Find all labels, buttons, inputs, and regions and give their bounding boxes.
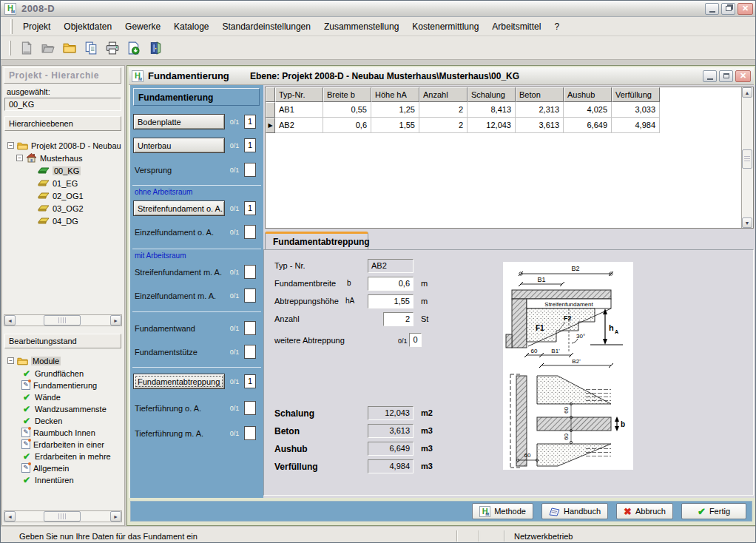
col-typ-nr[interactable]: Typ-Nr. — [275, 87, 323, 102]
abtreppungshoehe-input[interactable]: 1,55 — [368, 294, 414, 308]
app-logo-icon: HM — [4, 3, 16, 15]
module-label: Innentüren — [35, 476, 74, 485]
window-minimize-button[interactable] — [703, 70, 717, 82]
open-button[interactable] — [38, 38, 58, 58]
fertig-button[interactable]: ✔ Fertig — [681, 503, 746, 519]
menu-standardeinstellungen[interactable]: Standardeinstellungen — [215, 18, 317, 36]
col-hoehe[interactable]: Höhe hA — [371, 87, 419, 102]
menu-gewerke[interactable]: Gewerke — [118, 18, 167, 36]
versprung-count-field[interactable] — [244, 163, 256, 177]
collapse-icon[interactable]: − — [7, 357, 14, 364]
scroll-thumb[interactable] — [44, 315, 81, 326]
einzelfundament-ma-label: Einzelfundament m. A. — [135, 288, 216, 303]
fundamentstuetze-label: Fundamentstütze — [135, 344, 198, 360]
scroll-left-button[interactable]: ◄ — [4, 511, 16, 522]
col-breite[interactable]: Breite b — [323, 87, 371, 102]
scroll-right-button[interactable]: ► — [110, 315, 121, 326]
scroll-down-button[interactable]: ▼ — [742, 217, 752, 228]
tree-item-building[interactable]: − Musterhaus — [16, 152, 82, 163]
col-beton[interactable]: Beton — [516, 87, 564, 102]
anzahl-input[interactable]: 2 — [383, 312, 414, 326]
tree-item-module-root[interactable]: − Module — [7, 355, 61, 366]
module-item[interactable]: ✎Raumbuch Innen — [21, 427, 95, 438]
unterbau-count-field[interactable]: 1 — [244, 138, 256, 152]
new-document-button[interactable] — [17, 38, 36, 58]
fundamentabtreppung-count-field[interactable]: 1 — [244, 374, 256, 388]
menu-help[interactable]: ? — [547, 18, 566, 36]
methode-button[interactable]: HM Methode — [472, 503, 533, 519]
level-slab-icon — [38, 192, 50, 199]
folder-button[interactable] — [60, 38, 79, 58]
module-item[interactable]: ✎Allgemein — [21, 462, 69, 473]
tieferfuehrung-oa-count-field[interactable] — [244, 401, 256, 415]
col-schalung[interactable]: Schalung — [468, 87, 516, 102]
module-item[interactable]: ✎Erdarbeiten in einer — [21, 439, 104, 450]
unterbau-button[interactable]: Unterbau — [133, 138, 225, 153]
handbuch-label: Handbuch — [564, 507, 601, 516]
collapse-icon[interactable]: − — [16, 155, 23, 161]
schalung-label: Schalung — [274, 408, 314, 419]
menu-projekt[interactable]: Projekt — [16, 18, 57, 36]
module-item[interactable]: ✔Decken — [21, 415, 62, 426]
window-close-button[interactable]: ✕ — [735, 70, 751, 82]
einzelfundament-oa-count-field[interactable] — [244, 225, 256, 239]
col-verfuellung[interactable]: Verfüllung — [612, 87, 660, 102]
weitere-abtreppung-input[interactable]: 0 — [409, 333, 422, 347]
tree-item-level-01eg[interactable]: 01_EG — [38, 178, 78, 189]
nav-row-streifenfundament-ma: Streifenfundament m. A. 0/1 — [130, 264, 263, 280]
tree-item-level-04dg[interactable]: 04_DG — [38, 215, 78, 226]
abbruch-button[interactable]: ✖ Abbruch — [616, 503, 673, 519]
print-button[interactable] — [103, 38, 122, 58]
fundamentbreite-input[interactable]: 0,6 — [368, 277, 414, 291]
table-row[interactable]: AB1 0,55 1,25 2 8,413 2,313 4,025 3,033 — [266, 102, 753, 118]
menu-kataloge[interactable]: Kataloge — [167, 18, 215, 36]
tree-item-level-02og1[interactable]: 02_OG1 — [38, 190, 84, 201]
scroll-up-button[interactable]: ▲ — [742, 87, 752, 98]
toolbar-grip — [9, 41, 11, 55]
menu-arbeitsmittel[interactable]: Arbeitsmittel — [485, 18, 547, 36]
bodenplatte-count-field[interactable]: 1 — [244, 115, 256, 129]
scroll-thumb[interactable] — [44, 511, 81, 522]
scroll-right-button[interactable]: ► — [110, 511, 121, 522]
streifenfundament-oa-button[interactable]: Streifenfundament o. A. — [133, 200, 225, 216]
module-item[interactable]: ✎Fundamentierung — [21, 380, 97, 391]
export-icon — [127, 41, 141, 55]
module-item[interactable]: ✔Erdarbeiten in mehre — [21, 451, 111, 462]
scroll-thumb[interactable] — [742, 149, 752, 169]
streifenfundament-oa-count-field[interactable]: 1 — [244, 201, 256, 215]
diagram-svg: B2 B1 Streifenfundament — [503, 262, 633, 470]
minimize-button[interactable] — [705, 3, 719, 15]
col-aushub[interactable]: Aushub — [564, 87, 612, 102]
fundamentwand-count-field[interactable] — [244, 321, 256, 335]
einzelfundament-ma-count-field[interactable] — [244, 289, 256, 303]
tree-item-project[interactable]: − Projekt 2008-D - Neubau — [7, 140, 121, 151]
menu-zusammenstellung[interactable]: Zusammenstellung — [317, 18, 405, 36]
tree-item-level-00kg[interactable]: 00_KG — [38, 165, 81, 176]
collapse-icon[interactable]: − — [7, 142, 14, 149]
copy-icon — [84, 41, 98, 55]
table-row-current[interactable]: ▶ AB2 0,6 1,55 2 12,043 3,613 6,649 4,98… — [266, 118, 753, 133]
module-item[interactable]: ✔Wandzusammenste — [21, 403, 107, 414]
restore-button[interactable] — [721, 3, 735, 15]
module-item[interactable]: ✔Wände — [21, 391, 61, 402]
fundamentstuetze-count-field[interactable] — [244, 345, 256, 359]
tree-item-level-03og2[interactable]: 03_OG2 — [38, 203, 84, 214]
module-item[interactable]: ✔Innentüren — [21, 474, 74, 485]
scroll-left-button[interactable]: ◄ — [4, 315, 16, 326]
tieferfuehrung-ma-count-field[interactable] — [244, 426, 256, 440]
copy-button[interactable] — [81, 38, 101, 58]
fundamentabtreppung-button[interactable]: Fundamentabtreppung — [133, 374, 225, 389]
close-button[interactable]: ✕ — [738, 3, 753, 15]
exit-button[interactable] — [146, 38, 165, 58]
menu-kostenermittlung[interactable]: Kostenermittlung — [405, 18, 485, 36]
bodenplatte-button[interactable]: Bodenplatte — [133, 114, 225, 129]
tab-fundamentabtreppung[interactable]: Fundamentabtreppung — [265, 232, 368, 250]
ratio-label: 0/1 — [226, 430, 243, 437]
export-button[interactable] — [124, 38, 144, 58]
handbuch-button[interactable]: Handbuch — [541, 503, 608, 519]
module-item[interactable]: ✔Grundflächen — [21, 368, 84, 379]
window-maximize-button[interactable] — [719, 70, 733, 82]
streifenfundament-ma-count-field[interactable] — [244, 265, 256, 279]
col-anzahl[interactable]: Anzahl — [419, 87, 468, 102]
menu-objektdaten[interactable]: Objektdaten — [57, 18, 118, 36]
